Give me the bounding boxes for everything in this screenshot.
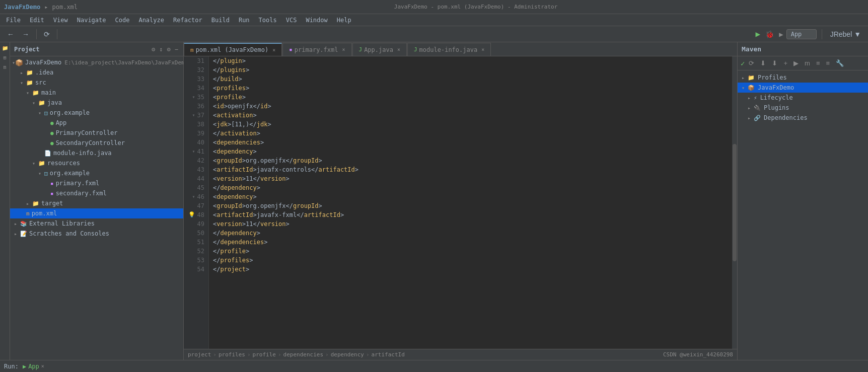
tree-item-primary-controller[interactable]: ● PrimaryController [10,128,183,138]
maven-settings-btn[interactable]: ≡ [814,58,822,68]
scrollbar-thumb[interactable] [733,144,737,261]
tab-module-info.java[interactable]: Jmodule-info.java× [407,43,491,56]
maven-refresh-btn[interactable]: ⟳ [747,58,756,68]
fold-arrow[interactable]: ▾ [190,147,195,156]
debug-btn[interactable]: 🐞 [765,30,774,38]
tree-item-target[interactable]: ▸ 📁 target [10,198,183,208]
tree-item-primary-fxml[interactable]: ▪ primary.fxml [10,178,183,188]
code-line-54: </project> [213,265,728,274]
maven-download-btn[interactable]: ⬇ [758,58,768,68]
tree-item-main[interactable]: ▾ 📁 main [10,88,183,98]
tree-item-scratches[interactable]: ▸ 📝 Scratches and Consoles [10,229,183,239]
proj-settings-btn[interactable]: ⚙ [151,45,156,54]
fold-arrow[interactable]: ▾ [190,111,195,120]
maven-more-btn[interactable]: ≡ [824,58,832,68]
run-tab[interactable]: ▶ App × [23,363,44,370]
tree-item-secondary-fxml[interactable]: ▪ secondary.fxml [10,188,183,198]
project-panel: Project ⚙ ↕ ⚙ − ▾ 📦 JavaFxDemo E:\idea_p… [10,42,184,360]
breadcrumb-bar: project›profiles›profile›dependencies›de… [184,349,737,360]
side-maven-icon[interactable]: m [2,63,7,71]
run-config-btn[interactable]: ▶ [779,30,783,38]
tree-item-pom-xml[interactable]: m pom.xml [10,208,183,218]
line-num-36: 36 [184,102,208,111]
tab-close[interactable]: × [397,47,400,52]
toolbar-back-btn[interactable]: ← [4,29,17,39]
maven-profiles[interactable]: ▸ 📁 Profiles [738,72,868,83]
menu-item-code[interactable]: Code [111,16,134,25]
fold-arrow[interactable]: ▾ [190,93,195,102]
tree-item-org-example-java[interactable]: ▾ ◫ org.example [10,108,183,118]
tree-item-resources[interactable]: ▾ 📁 resources [10,158,183,168]
maven-dependencies[interactable]: ▸ 🔗 Dependencies [738,113,868,123]
tab-close[interactable]: × [342,47,345,52]
bulb-icon[interactable]: 💡 [188,210,195,219]
maven-add-btn[interactable]: + [781,58,789,68]
line-num-38: 38 [184,120,208,129]
maven-check-btn[interactable]: ✓ [741,59,745,67]
editor[interactable]: 31323334▾3536▾37383940▾4142434445▾4647💡4… [184,56,737,349]
side-project-icon[interactable]: 📁 [1,44,9,52]
breadcrumb-item-profile[interactable]: profile [253,351,276,358]
run-tab-close[interactable]: × [41,363,44,369]
toolbar-sync-btn[interactable]: ⟳ [41,29,53,39]
tree-item-app[interactable]: ● App [10,118,183,128]
tab-pom.xml-(javafxdemo)[interactable]: mpom.xml (JavaFxDemo)× [184,43,282,56]
maven-lifecycle[interactable]: ▸ ⚡ Lifecycle [738,93,868,103]
breadcrumb-item-dependency[interactable]: dependency [331,351,364,358]
proj-cog-btn[interactable]: ⚙ [166,45,172,54]
menu-item-window[interactable]: Window [302,16,331,25]
tree-item-java[interactable]: ▾ 📁 java [10,98,183,108]
menu-item-view[interactable]: View [49,16,72,25]
toolbar-jrebel-btn[interactable]: JRebel ▼ [827,29,864,39]
maven-tree: ▸ 📁 Profiles ▾ 📦 JavaFxDemo ▸ ⚡ Lifecycl… [738,70,868,360]
toolbar-forward-btn[interactable]: → [19,29,32,39]
code-line-36: <id>openjfx</id> [213,102,728,111]
maven-wrench-btn[interactable]: 🔧 [834,58,846,68]
menu-item-run[interactable]: Run [235,16,254,25]
tab-app.java[interactable]: JApp.java× [352,43,407,56]
tree-item-org-example-res[interactable]: ▾ ◫ org.example [10,168,183,178]
proj-minimize-btn[interactable]: − [174,45,179,54]
menu-item-help[interactable]: Help [333,16,355,25]
app-selector[interactable]: App [786,29,817,39]
line-num-37: ▾37 [184,111,208,120]
tree-item-idea[interactable]: ▸ 📁 .idea [10,67,183,78]
side-structure-icon[interactable]: ⊞ [2,54,7,61]
menu-item-navigate[interactable]: Navigate [73,16,110,25]
editor-scrollbar[interactable] [732,56,737,349]
tab-primary.fxml[interactable]: ▪primary.fxml× [282,43,351,56]
menu-item-tools[interactable]: Tools [255,16,281,25]
breadcrumb-item-profiles[interactable]: profiles [219,351,245,358]
tab-close[interactable]: × [272,47,275,53]
maven-stop-btn[interactable]: m [803,58,812,68]
maven-run-btn[interactable]: ▶ [791,58,801,68]
line-num-41: ▾41 [184,147,208,156]
menu-item-build[interactable]: Build [207,16,234,25]
code-line-39: </activation> [213,129,728,138]
menu-item-refactor[interactable]: Refactor [169,16,206,25]
title-separator: ▸ [44,4,48,11]
code-area[interactable]: </plugin> </plugins> </build> <profiles>… [209,56,732,349]
project-header: Project ⚙ ↕ ⚙ − [10,42,183,56]
tree-item-external-libs[interactable]: ▸ 📚 External Libraries [10,218,183,229]
proj-sync-btn[interactable]: ↕ [158,45,164,54]
menu-item-analyze[interactable]: Analyze [134,16,168,25]
tree-item-src[interactable]: ▾ 📁 src [10,78,183,88]
breadcrumb-item-artifactId[interactable]: artifactId [372,351,405,358]
tree-item-module-info[interactable]: 📄 module-info.java [10,148,183,158]
tree-item-secondary-controller[interactable]: ● SecondaryController [10,138,183,148]
tree-item-javafxdemo[interactable]: ▾ 📦 JavaFxDemo E:\idea_project\JavaFxDem… [10,57,183,67]
file-tree: ▾ 📦 JavaFxDemo E:\idea_project\JavaFxDem… [10,56,183,360]
breadcrumb-item-dependencies[interactable]: dependencies [283,351,323,358]
menu-item-edit[interactable]: Edit [26,16,48,25]
maven-download-sources-btn[interactable]: ⬇ [770,58,779,68]
tab-close[interactable]: × [481,47,484,52]
maven-javafxdemo[interactable]: ▾ 📦 JavaFxDemo [738,83,868,93]
menu-item-vcs[interactable]: VCS [282,16,301,25]
fold-arrow[interactable]: ▾ [190,192,195,201]
line-num-47: 47 [184,201,208,210]
menu-item-file[interactable]: File [2,16,25,25]
run-tab-icon: ▶ [23,363,26,370]
breadcrumb-item-project[interactable]: project [188,351,211,358]
maven-plugins[interactable]: ▸ 🔌 Plugins [738,103,868,113]
